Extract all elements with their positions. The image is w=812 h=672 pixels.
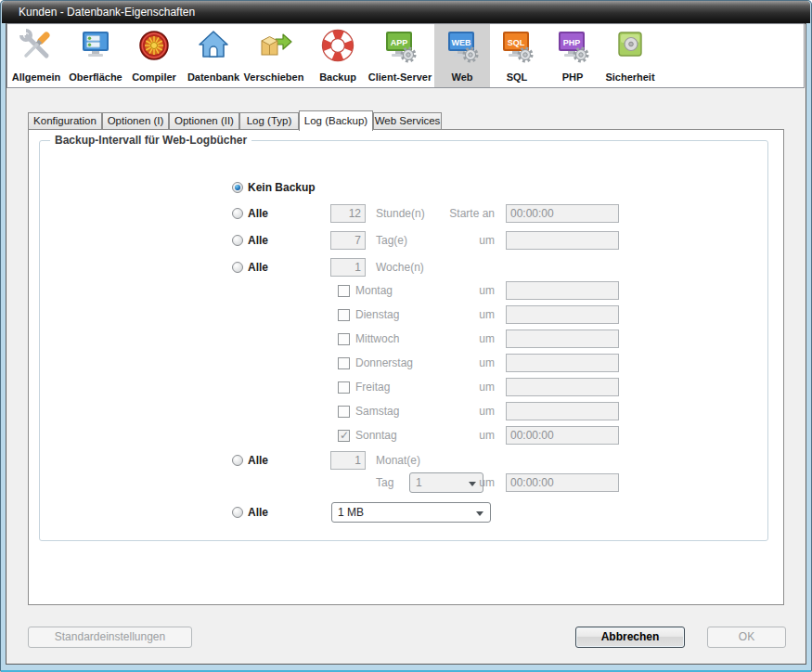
house-icon xyxy=(195,27,232,64)
weekday-label: Donnerstag xyxy=(355,354,413,372)
toolbar-item-label: Client-Server xyxy=(368,71,432,83)
weekday-time-field[interactable] xyxy=(506,378,619,396)
svg-text:APP: APP xyxy=(391,38,408,47)
weekday-time-field[interactable] xyxy=(506,281,619,300)
month-time-prefix-label: um xyxy=(422,473,495,492)
wheel-icon xyxy=(135,27,173,64)
weekday-time-prefix: um xyxy=(422,330,495,348)
toolbar-item-sql[interactable]: SQL SQL xyxy=(496,24,537,87)
size-dropdown[interactable]: 1 MB xyxy=(331,502,491,523)
ok-button[interactable]: OK xyxy=(707,627,786,648)
weekday-time-prefix: um xyxy=(422,354,495,372)
app-monitor-icon: APP xyxy=(381,27,419,64)
weekday-checkbox-freitag[interactable] xyxy=(338,381,350,394)
hours-unit-label: Stunde(n) xyxy=(376,204,425,223)
tab-log-typ[interactable]: Log (Typ) xyxy=(239,112,299,129)
radio-alle-monate[interactable] xyxy=(232,455,243,466)
radio-alle-stunden[interactable] xyxy=(232,208,243,219)
tab-web-services[interactable]: Web Services xyxy=(373,112,442,129)
months-unit-label: Monat(e) xyxy=(376,451,420,470)
cancel-button[interactable]: Abbrechen xyxy=(575,627,685,648)
toolbar-item-backup[interactable]: Backup xyxy=(313,24,363,87)
php-monitor-icon: PHP xyxy=(554,27,591,64)
month-day-dropdown-value: 1 xyxy=(416,476,422,489)
box-arrow-icon xyxy=(255,27,292,64)
weekday-checkbox-montag[interactable] xyxy=(338,285,350,297)
weekday-label: Montag xyxy=(355,281,393,300)
weeks-value-field[interactable]: 1 xyxy=(330,258,366,277)
toolbar-item-label: Verschieben xyxy=(244,71,304,83)
weekday-checkbox-sonntag[interactable] xyxy=(338,430,350,442)
days-time-field[interactable] xyxy=(506,231,619,250)
toolbar-item-label: Allgemein xyxy=(12,71,61,83)
hours-time-prefix-label: Starte an xyxy=(422,204,495,223)
weeks-unit-label: Woche(n) xyxy=(376,258,424,277)
toolbar-item-label: Oberfläche xyxy=(69,71,122,83)
month-time-field[interactable]: 00:00:00 xyxy=(506,473,619,492)
weekday-time-prefix: um xyxy=(422,281,495,300)
weekday-checkbox-donnerstag[interactable] xyxy=(338,357,350,369)
groupbox-title: Backup-Intervall für Web-Logbücher xyxy=(50,134,251,147)
radio-alle-stunden-label: Alle xyxy=(248,204,268,223)
weekday-time-field[interactable]: 00:00:00 xyxy=(506,426,619,445)
window-titlebar[interactable]: Kunden - Datenbank-Eigenschaften xyxy=(2,1,810,23)
weekday-label: Mittwoch xyxy=(355,330,399,348)
weekday-checkbox-mittwoch[interactable] xyxy=(338,333,350,345)
weekday-time-field[interactable] xyxy=(506,354,619,372)
hours-time-field[interactable]: 00:00:00 xyxy=(506,204,619,223)
radio-alle-wochen[interactable] xyxy=(232,262,243,273)
radio-alle-groesse[interactable] xyxy=(232,507,243,518)
toolbar-item-datenbank[interactable]: Datenbank xyxy=(185,24,242,87)
toolbar-item-label: Compiler xyxy=(132,71,176,83)
backup-interval-groupbox xyxy=(39,140,768,541)
toolbar-item-sicherheit[interactable]: Sicherheit xyxy=(599,24,661,87)
tab-optionen-2[interactable]: Optionen (II) xyxy=(169,112,239,129)
weekday-time-field[interactable] xyxy=(506,402,619,420)
tab-optionen-1[interactable]: Optionen (I) xyxy=(102,112,169,129)
svg-text:WEB: WEB xyxy=(452,38,471,47)
chevron-down-icon xyxy=(476,511,483,516)
lifebuoy-icon xyxy=(319,27,356,64)
weekday-time-prefix: um xyxy=(422,305,495,324)
svg-text:PHP: PHP xyxy=(563,38,581,47)
radio-kein-backup[interactable] xyxy=(232,182,243,193)
radio-alle-monate-label: Alle xyxy=(248,451,268,470)
web-monitor-icon: WEB xyxy=(444,27,481,64)
defaults-button[interactable]: Standardeinstellungen xyxy=(28,627,192,648)
tab-konfiguration[interactable]: Konfiguration xyxy=(28,112,102,129)
toolbar-item-label: Web xyxy=(451,71,472,83)
toolbar-item-php[interactable]: PHP PHP xyxy=(552,24,593,87)
days-value-field[interactable]: 7 xyxy=(330,231,366,250)
window-title: Kunden - Datenbank-Eigenschaften xyxy=(19,1,195,23)
radio-kein-backup-label: Kein Backup xyxy=(248,178,316,197)
toolbar-item-label: Backup xyxy=(319,71,356,83)
radio-alle-tage[interactable] xyxy=(232,235,243,246)
size-dropdown-value: 1 MB xyxy=(338,506,364,519)
weekday-time-field[interactable] xyxy=(506,305,619,324)
hours-value-field[interactable]: 12 xyxy=(330,204,366,223)
toolbar-item-verschieben[interactable]: Verschieben xyxy=(244,24,303,87)
months-value-field[interactable]: 1 xyxy=(330,451,366,470)
weekday-time-prefix: um xyxy=(422,402,495,420)
toolbar-item-client-server[interactable]: APP Client-Server xyxy=(366,24,434,87)
toolbar-item-label: SQL xyxy=(507,71,528,83)
monitor-options-icon xyxy=(77,27,114,64)
weekday-time-field[interactable] xyxy=(506,330,619,348)
toolbar-item-label: PHP xyxy=(562,71,584,83)
toolbar-item-label: Datenbank xyxy=(187,71,239,83)
safe-icon xyxy=(612,27,649,64)
weekday-label: Samstag xyxy=(355,402,399,420)
weekday-time-prefix: um xyxy=(422,378,495,396)
toolbar-item-compiler[interactable]: Compiler xyxy=(127,24,181,87)
weekday-checkbox-samstag[interactable] xyxy=(338,406,350,418)
svg-text:SQL: SQL xyxy=(508,38,525,47)
days-unit-label: Tag(e) xyxy=(376,231,407,250)
tab-log-backup[interactable]: Log (Backup) xyxy=(299,110,373,131)
toolbar-item-oberflaeche[interactable]: Oberfläche xyxy=(66,24,125,87)
toolbar-item-allgemein[interactable]: Allgemein xyxy=(10,24,62,87)
radio-alle-groesse-label: Alle xyxy=(248,503,268,522)
weekday-checkbox-dienstag[interactable] xyxy=(338,309,350,321)
days-time-prefix-label: um xyxy=(422,231,495,250)
radio-alle-tage-label: Alle xyxy=(248,231,268,250)
toolbar-item-web[interactable]: WEB Web xyxy=(434,24,490,87)
